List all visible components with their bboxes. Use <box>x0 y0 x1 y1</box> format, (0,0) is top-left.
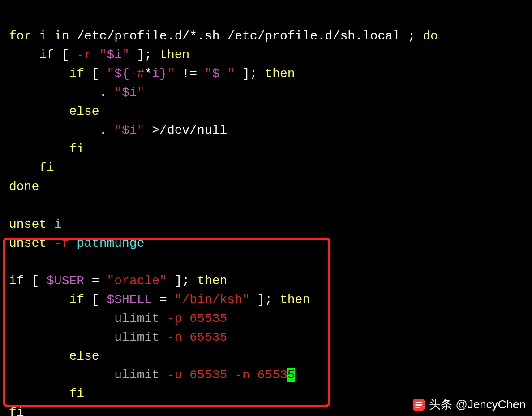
code-line: ulimit -n 65535 <box>9 330 227 344</box>
watermark-handle: @JencyChen <box>456 396 526 413</box>
code-line: ulimit -u 65535 -n 65535 <box>9 368 295 382</box>
cursor: 5 <box>287 368 295 382</box>
code-line: fi <box>9 406 24 416</box>
blank-line <box>9 199 17 212</box>
toutiao-logo-icon <box>412 398 425 412</box>
code-line: unset -f pathmunge <box>9 236 144 250</box>
code-line: fi <box>9 142 84 156</box>
code-line: . "$i" >/dev/null <box>9 123 227 137</box>
code-line: for i in /etc/profile.d/*.sh /etc/profil… <box>9 29 438 43</box>
code-line: if [ "${-#*i}" != "$-" ]; then <box>9 67 295 81</box>
code-line: if [ $USER = "oracle" ]; then <box>9 274 227 288</box>
svg-rect-2 <box>415 404 422 406</box>
code-line: if [ $SHELL = "/bin/ksh" ]; then <box>9 293 310 307</box>
blank-line <box>9 255 17 269</box>
code-line: else <box>9 104 99 118</box>
code-line: done <box>9 180 39 194</box>
watermark-label: 头条 <box>429 396 452 413</box>
code-line: fi <box>9 161 54 175</box>
code-line: unset i <box>9 217 62 231</box>
svg-rect-3 <box>415 407 419 408</box>
code-line: . "$i" <box>9 86 144 100</box>
code-line: else <box>9 349 99 363</box>
svg-rect-1 <box>415 402 422 403</box>
code-block: for i in /etc/profile.d/*.sh /etc/profil… <box>9 8 523 416</box>
watermark: 头条 @JencyChen <box>412 396 526 413</box>
code-line: if [ -r "$i" ]; then <box>9 48 189 62</box>
code-line: fi <box>9 387 84 401</box>
code-line: ulimit -p 65535 <box>9 312 227 325</box>
